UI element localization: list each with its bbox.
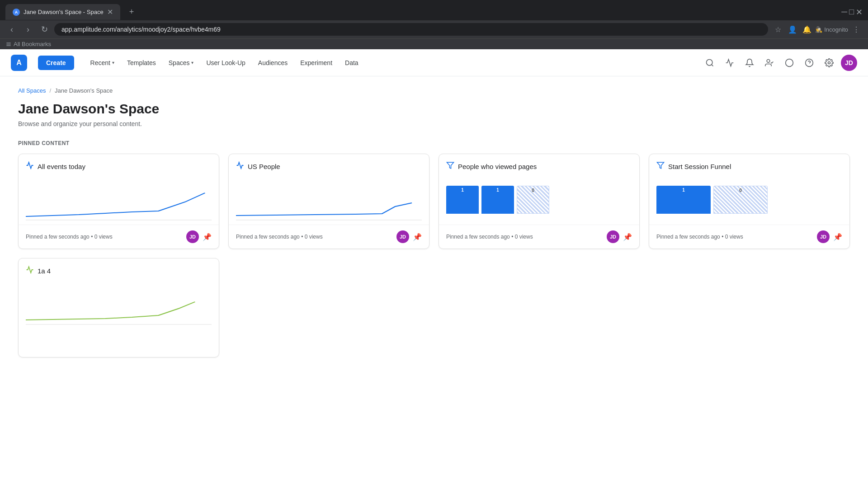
card-title: US People [248,163,280,170]
tab-close-button[interactable]: ✕ [107,8,113,16]
svg-point-5 [828,61,830,64]
nav-item-recent[interactable]: Recent ▾ [85,56,120,70]
main-content: All Spaces / Jane Dawson's Space Jane Da… [0,76,868,377]
create-button[interactable]: Create [38,56,74,70]
line-chart-green-icon [26,266,34,276]
top-nav: A Create Recent ▾ Templates Spaces ▾ Use… [0,49,868,76]
profile-icon[interactable]: 👤 [786,23,799,36]
card-chart-1a4 [19,279,219,329]
funnel-bar-2: 0 [713,186,768,214]
card-owner-avatar: JD [607,230,619,243]
card-1a4: 1a 4 [18,258,219,357]
card-header: 1a 4 [19,258,219,279]
incognito-badge: 🕵 Incognito [815,26,848,33]
funnel-bar-1: 1 [446,186,479,214]
page-subtitle: Browse and organize your personal conten… [18,120,850,127]
all-bookmarks-link[interactable]: All Bookmarks [5,41,51,47]
pin-icon[interactable]: 📌 [623,233,632,241]
back-button[interactable]: ‹ [5,23,18,36]
flame-icon[interactable] [781,55,797,71]
user-check-icon[interactable] [761,55,778,71]
nav-item-spaces[interactable]: Spaces ▾ [163,56,199,70]
tab-title: Jane Dawson's Space - Space [24,9,104,15]
line-chart-icon [26,161,34,171]
card-footer: Pinned a few seconds ago • 0 views JD 📌 [19,225,219,249]
svg-line-1 [712,64,713,66]
card-title: 1a 4 [38,267,51,275]
funnel-bar-2: 1 [481,186,514,214]
card-actions: JD 📌 [607,230,632,243]
card-title: All events today [38,163,85,170]
funnel-bar-3: 0 [517,186,549,214]
nav-item-user-lookup[interactable]: User Look-Up [201,56,250,70]
card-us-people: US People Pinned a few seconds ago • 0 v… [228,154,429,249]
card-people-viewed-pages: People who viewed pages 1 1 [439,154,640,249]
user-avatar[interactable]: JD [841,55,857,71]
card-all-events-today: All events today Pinned a few seconds ag… [18,154,219,249]
line-chart-icon [236,161,244,171]
card-actions: JD 📌 [817,230,842,243]
svg-point-2 [767,59,770,62]
card-header: Start Session Funnel [649,154,849,175]
card-header: People who viewed pages [439,154,639,175]
funnel-bars: 1 1 0 [446,179,632,220]
settings-icon[interactable] [821,55,837,71]
card-start-session-funnel: Start Session Funnel 1 0 [649,154,850,249]
breadcrumb: All Spaces / Jane Dawson's Space [18,87,850,94]
help-icon[interactable] [801,55,817,71]
address-bar[interactable]: app.amplitude.com/analytics/moodjoy2/spa… [54,23,768,36]
notification-icon[interactable]: 🔔 [801,23,813,36]
nav-items: Recent ▾ Templates Spaces ▾ User Look-Up… [85,56,691,70]
card-header: US People [229,154,429,175]
maximize-button[interactable]: □ [849,7,854,17]
amplitude-logo[interactable]: A [11,55,27,71]
pin-icon[interactable]: 📌 [203,233,212,241]
minimize-button[interactable]: ─ [841,7,847,17]
card-footer: Pinned a few seconds ago • 0 views JD 📌 [649,225,849,249]
new-tab-button[interactable]: + [122,4,142,20]
card-meta: Pinned a few seconds ago • 0 views [446,234,533,240]
nav-item-data[interactable]: Data [340,56,364,70]
svg-point-0 [707,59,712,65]
pinned-cards-grid-row2: 1a 4 [18,258,850,357]
funnel-bars: 1 0 [656,179,842,220]
nav-item-templates[interactable]: Templates [122,56,161,70]
nav-item-experiment[interactable]: Experiment [295,56,338,70]
card-owner-avatar: JD [396,230,409,243]
card-footer: Pinned a few seconds ago • 0 views JD 📌 [439,225,639,249]
search-icon[interactable] [702,55,718,71]
chevron-down-icon: ▾ [112,60,114,65]
card-meta: Pinned a few seconds ago • 0 views [236,234,323,240]
browser-toolbar: ‹ › ↻ app.amplitude.com/analytics/moodjo… [0,20,868,38]
bookmark-icon[interactable]: ☆ [772,23,784,36]
funnel-bar-1: 1 [656,186,711,214]
app: A Create Recent ▾ Templates Spaces ▾ Use… [0,49,868,377]
active-tab[interactable]: A Jane Dawson's Space - Space ✕ [5,4,120,20]
close-window-button[interactable]: ✕ [856,7,863,17]
svg-marker-8 [447,162,454,169]
card-meta: Pinned a few seconds ago • 0 views [656,234,743,240]
breadcrumb-all-spaces[interactable]: All Spaces [18,87,46,94]
reload-button[interactable]: ↻ [38,23,51,36]
chevron-down-icon: ▾ [191,60,193,65]
pin-icon[interactable]: 📌 [833,233,842,241]
chart-icon[interactable] [722,55,738,71]
bookmarks-bar: All Bookmarks [0,38,868,49]
card-actions: JD 📌 [396,230,422,243]
funnel-icon [446,161,454,171]
breadcrumb-current: Jane Dawson's Space [55,87,113,94]
nav-item-audiences[interactable]: Audiences [253,56,293,70]
tab-favicon: A [13,9,20,16]
pinned-cards-grid: All events today Pinned a few seconds ag… [18,154,850,249]
breadcrumb-separator: / [49,87,51,94]
forward-button[interactable]: › [22,23,34,36]
menu-button[interactable]: ⋮ [850,23,863,36]
card-owner-avatar: JD [186,230,199,243]
card-chart-funnel2: 1 0 [649,175,849,225]
bell-icon[interactable] [741,55,758,71]
funnel-icon [656,161,665,171]
pin-icon[interactable]: 📌 [413,233,422,241]
card-owner-avatar: JD [817,230,830,243]
card-title: Start Session Funnel [668,163,731,170]
card-meta: Pinned a few seconds ago • 0 views [26,234,113,240]
